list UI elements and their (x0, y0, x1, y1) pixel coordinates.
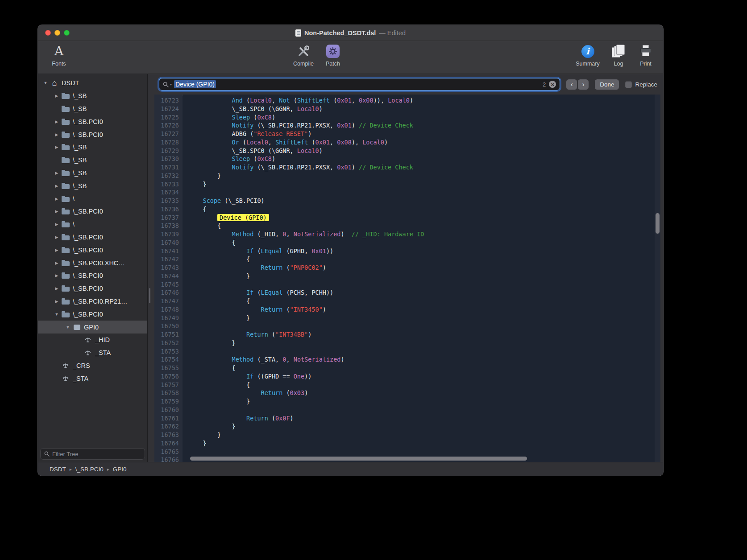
code-line: 16765 (154, 448, 660, 456)
disclosure-collapsed-icon[interactable]: ▶ (52, 222, 61, 226)
disclosure-collapsed-icon[interactable]: ▶ (52, 273, 61, 278)
sidebar-item-[interactable]: ▶\ (38, 218, 147, 231)
breadcrumb: DSDT▸\_SB.PCI0▸GPI0 (50, 466, 127, 473)
breadcrumb-item[interactable]: \_SB.PCI0 (75, 466, 104, 473)
root-icon: ⌂ (50, 79, 59, 86)
tree-item-label: \_SB.PCI0 (73, 247, 103, 254)
compile-button[interactable]: Compile (289, 41, 318, 67)
find-input[interactable]: ▾ Device (GPI0) 2 (159, 78, 560, 91)
disclosure-expanded-icon[interactable]: ▼ (52, 312, 61, 317)
folder-icon (61, 131, 70, 138)
sidebar-item-hid[interactable]: _HID (38, 334, 147, 346)
disclosure-collapsed-icon[interactable]: ▶ (52, 248, 61, 252)
code-line: 16745 (154, 280, 660, 289)
code-editor[interactable]: 16723 And (Local0, Not (ShiftLeft (0x01,… (154, 95, 660, 462)
sidebar-item-sb[interactable]: \_SB (38, 154, 147, 167)
sidebar-item-sbpci0[interactable]: ▼\_SB.PCI0 (38, 308, 147, 321)
code-line: 16731 Notify (\_SB.PCI0.RP21.PXSX, 0x01)… (154, 163, 660, 172)
filter-tree-input[interactable] (52, 451, 141, 457)
line-number: 16735 (154, 197, 183, 205)
replace-checkbox[interactable] (625, 81, 632, 88)
code-line: 16744 } (154, 272, 660, 280)
filter-tree-field[interactable] (40, 448, 145, 460)
disclosure-collapsed-icon[interactable]: ▶ (52, 197, 61, 201)
disclosure-collapsed-icon[interactable]: ▶ (52, 209, 61, 214)
code-line: 16743 Return ("PNP0C02") (154, 264, 660, 272)
line-number: 16760 (154, 406, 183, 414)
done-button[interactable]: Done (595, 79, 619, 90)
sidebar-item-sbpci0[interactable]: ▶\_SB.PCI0 (38, 282, 147, 295)
search-icon (44, 451, 50, 457)
vertical-scrollbar-thumb[interactable] (656, 213, 660, 234)
find-previous-button[interactable]: ‹ (566, 79, 577, 90)
disclosure-collapsed-icon[interactable]: ▶ (52, 286, 61, 291)
folder-icon (61, 247, 70, 254)
sidebar-item-crs[interactable]: _CRS (38, 359, 147, 372)
sidebar-item-[interactable]: ▶\ (38, 192, 147, 205)
line-number: 16731 (154, 163, 183, 172)
breadcrumb-separator-icon: ▸ (70, 467, 72, 472)
toolbar: A Fonts Compile (38, 41, 663, 74)
sidebar-item-sbpci0[interactable]: ▶\_SB.PCI0 (38, 243, 147, 256)
code-lines: 16723 And (Local0, Not (ShiftLeft (0x01,… (154, 95, 660, 462)
folder-icon (61, 169, 70, 177)
summary-info-icon: i (581, 45, 594, 58)
code-line: 16723 And (Local0, Not (ShiftLeft (0x01,… (154, 96, 660, 105)
horizontal-scrollbar-thumb[interactable] (190, 457, 527, 461)
disclosure-collapsed-icon[interactable]: ▶ (52, 235, 61, 239)
tree-item-label: \_SB (73, 169, 87, 177)
tree-item-label: \ (73, 195, 75, 202)
breadcrumb-item[interactable]: DSDT (50, 466, 66, 473)
sidebar-item-sbpci0[interactable]: ▶\_SB.PCI0 (38, 269, 147, 282)
sidebar-item-sta[interactable]: _STA (38, 372, 147, 385)
sidebar-item-sb[interactable]: ▶\_SB (38, 141, 147, 154)
disclosure-collapsed-icon[interactable]: ▶ (52, 94, 61, 98)
code-line: 16763 } (154, 431, 660, 439)
disclosure-expanded-icon[interactable]: ▼ (63, 325, 72, 329)
print-button[interactable]: Print (633, 41, 659, 67)
summary-button[interactable]: i Summary (571, 41, 604, 67)
disclosure-collapsed-icon[interactable]: ▶ (52, 184, 61, 188)
find-navigation: ‹ › (566, 79, 589, 90)
folder-icon (61, 272, 70, 279)
replace-group: Replace (625, 81, 657, 88)
log-button[interactable]: Log (606, 41, 631, 67)
folder-icon (61, 259, 70, 267)
sidebar-item-sb[interactable]: ▶\_SB (38, 179, 147, 192)
line-number: 16726 (154, 121, 183, 130)
sidebar-item-sbpci0[interactable]: ▶\_SB.PCI0 (38, 231, 147, 244)
disclosure-collapsed-icon[interactable]: ▶ (52, 145, 61, 149)
folder-icon (61, 208, 70, 215)
vertical-scrollbar-track[interactable] (655, 95, 660, 462)
sidebar-item-sb[interactable]: \_SB (38, 103, 147, 115)
sidebar-item-sb[interactable]: ▶\_SB (38, 167, 147, 180)
disclosure-collapsed-icon[interactable]: ▶ (52, 261, 61, 265)
sidebar-item-sbpci0xhc[interactable]: ▶\_SB.PCI0.XHC… (38, 256, 147, 269)
sidebar-item-sb[interactable]: ▶\_SB (38, 90, 147, 103)
sidebar-item-sbpci0[interactable]: ▶\_SB.PCI0 (38, 115, 147, 128)
tree-item-label: _STA (95, 349, 111, 356)
patch-button[interactable]: Patch (318, 41, 348, 67)
line-number: 16724 (154, 105, 183, 113)
breadcrumb-item[interactable]: GPI0 (113, 466, 127, 473)
sidebar-item-sbpci0[interactable]: ▶\_SB.PCI0 (38, 205, 147, 218)
sidebar-item-sta[interactable]: _STA (38, 346, 147, 359)
sidebar-item-dsdt[interactable]: ▼⌂DSDT (38, 77, 147, 90)
statusbar: DSDT▸\_SB.PCI0▸GPI0 (38, 462, 663, 476)
code-line: 16758 Return (0x03) (154, 389, 660, 397)
sidebar-item-sbpci0[interactable]: ▶\_SB.PCI0 (38, 128, 147, 141)
fonts-button[interactable]: A Fonts (44, 41, 74, 67)
sidebar-item-gpi0[interactable]: ▼GPI0 (38, 321, 147, 334)
disclosure-collapsed-icon[interactable]: ▶ (52, 299, 61, 304)
disclosure-collapsed-icon[interactable]: ▶ (52, 132, 61, 137)
clear-search-button[interactable] (549, 81, 556, 88)
code-line: 16762 } (154, 422, 660, 431)
disclosure-collapsed-icon[interactable]: ▶ (52, 119, 61, 124)
code-line: 16750 (154, 322, 660, 330)
find-next-button[interactable]: › (578, 79, 589, 90)
sidebar-item-sbpci0rp21[interactable]: ▶\_SB.PCI0.RP21… (38, 295, 147, 308)
search-options-chevron-icon[interactable]: ▾ (170, 82, 172, 86)
pane-resize-handle[interactable] (148, 74, 152, 462)
disclosure-expanded-icon[interactable]: ▼ (41, 81, 50, 85)
disclosure-collapsed-icon[interactable]: ▶ (52, 171, 61, 175)
